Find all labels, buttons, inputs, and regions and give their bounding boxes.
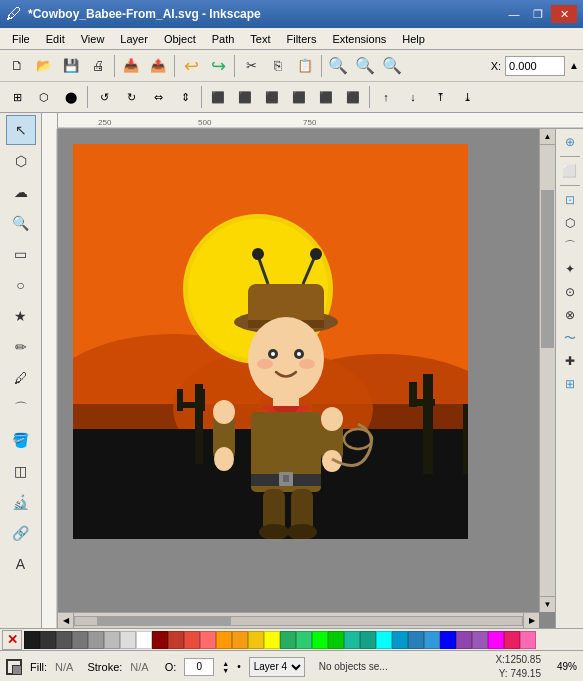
node-tool[interactable]: ⬡ [6,146,36,176]
open-button[interactable]: 📂 [31,53,57,79]
vscroll-down-btn[interactable]: ▼ [540,596,555,612]
rotate-cw-btn[interactable]: ↻ [118,86,144,108]
nodes-btn[interactable]: ⬡ [31,86,57,108]
zoom-page-button[interactable]: 🔍 [379,53,405,79]
color-swatch-31[interactable] [520,631,536,649]
menu-item-layer[interactable]: Layer [112,31,156,47]
close-button[interactable]: ✕ [551,5,577,23]
color-swatch-7[interactable] [136,631,152,649]
import-button[interactable]: 📥 [118,53,144,79]
arrow-up-icon[interactable]: ▲ [569,60,579,71]
circle-tool[interactable]: ○ [6,270,36,300]
cut-button[interactable]: ✂ [238,53,264,79]
export-button[interactable]: 📤 [145,53,171,79]
color-swatch-24[interactable] [408,631,424,649]
hscroll-track[interactable] [74,616,523,626]
color-swatch-26[interactable] [440,631,456,649]
color-swatch-21[interactable] [360,631,376,649]
bottom-btn[interactable]: ⤓ [454,86,480,108]
redo-button[interactable]: ↪ [205,53,231,79]
tweak-tool[interactable]: ☁ [6,177,36,207]
hscroll-left-btn[interactable]: ◀ [58,613,74,629]
flip-h-btn[interactable]: ⇔ [145,86,171,108]
lower-btn[interactable]: ↓ [400,86,426,108]
snap-intersect-btn[interactable]: ✚ [559,350,581,372]
copy-button[interactable]: ⎘ [265,53,291,79]
align-middle-btn[interactable]: ⬛ [313,86,339,108]
menu-item-path[interactable]: Path [204,31,243,47]
snap-opp-btn[interactable]: ⊗ [559,304,581,326]
star-tool[interactable]: ★ [6,301,36,331]
calligraphy-tool[interactable]: ⌒ [6,394,36,424]
snap-center-btn[interactable]: ⊙ [559,281,581,303]
snap-bbox-btn[interactable]: ⬜ [559,160,581,182]
selector-tool[interactable]: ↖ [6,115,36,145]
save-button[interactable]: 💾 [58,53,84,79]
color-swatch-2[interactable] [56,631,72,649]
align-center-btn[interactable]: ⬛ [232,86,258,108]
zoom-minus-button[interactable]: 🔍 [325,53,351,79]
pen-tool[interactable]: 🖊 [6,363,36,393]
menu-item-view[interactable]: View [73,31,113,47]
snap-nodes-btn[interactable]: ⊡ [559,189,581,211]
undo-button[interactable]: ↩ [178,53,204,79]
select-all-btn[interactable]: ⊞ [4,86,30,108]
vscrollbar[interactable]: ▲ ▼ [539,129,555,612]
opacity-arrows[interactable]: ▲▼ [222,660,229,674]
menu-item-text[interactable]: Text [242,31,278,47]
bucket-tool[interactable]: 🪣 [6,425,36,455]
color-swatch-28[interactable] [472,631,488,649]
rubber-band-btn[interactable]: ⬤ [58,86,84,108]
color-swatch-16[interactable] [280,631,296,649]
align-left-btn[interactable]: ⬛ [205,86,231,108]
color-swatch-15[interactable] [264,631,280,649]
menu-item-filters[interactable]: Filters [279,31,325,47]
snap-path-btn[interactable]: 〜 [559,327,581,349]
color-swatch-4[interactable] [88,631,104,649]
color-swatch-10[interactable] [184,631,200,649]
rect-tool[interactable]: ▭ [6,239,36,269]
color-swatch-20[interactable] [344,631,360,649]
zoom-original-button[interactable]: 🔍 [352,53,378,79]
color-swatch-30[interactable] [504,631,520,649]
color-swatch-17[interactable] [296,631,312,649]
align-bottom-btn[interactable]: ⬛ [340,86,366,108]
color-swatch-11[interactable] [200,631,216,649]
rotate-ccw-btn[interactable]: ↺ [91,86,117,108]
menu-item-edit[interactable]: Edit [38,31,73,47]
vscroll-thumb[interactable] [541,190,554,348]
hscroll-right-btn[interactable]: ▶ [523,613,539,629]
color-swatch-25[interactable] [424,631,440,649]
zoom-tool[interactable]: 🔍 [6,208,36,238]
new-button[interactable]: 🗋 [4,53,30,79]
color-swatch-18[interactable] [312,631,328,649]
minimize-button[interactable]: — [503,5,525,23]
hscroll-thumb[interactable] [97,617,231,625]
maximize-button[interactable]: ❐ [527,5,549,23]
color-swatch-23[interactable] [392,631,408,649]
menu-item-object[interactable]: Object [156,31,204,47]
snap-smooth-btn[interactable]: ⌒ [559,235,581,257]
opacity-input[interactable] [184,658,214,676]
color-swatch-12[interactable] [216,631,232,649]
align-right-btn[interactable]: ⬛ [259,86,285,108]
color-swatch-3[interactable] [72,631,88,649]
color-swatch-19[interactable] [328,631,344,649]
snap-grid-btn[interactable]: ⊞ [559,373,581,395]
top-btn[interactable]: ⤒ [427,86,453,108]
menu-item-file[interactable]: File [4,31,38,47]
snap-node-path-btn[interactable]: ⬡ [559,212,581,234]
snap-enable-btn[interactable]: ⊕ [559,131,581,153]
paste-button[interactable]: 📋 [292,53,318,79]
color-swatch-13[interactable] [232,631,248,649]
color-swatch-0[interactable] [24,631,40,649]
color-swatch-9[interactable] [168,631,184,649]
fill-color-box[interactable] [6,659,22,675]
snap-mid-btn[interactable]: ✦ [559,258,581,280]
menu-item-help[interactable]: Help [394,31,433,47]
menu-item-extensions[interactable]: Extensions [324,31,394,47]
raise-btn[interactable]: ↑ [373,86,399,108]
vscroll-track[interactable] [540,145,555,596]
pencil-tool[interactable]: ✏ [6,332,36,362]
text-tool[interactable]: A [6,549,36,579]
